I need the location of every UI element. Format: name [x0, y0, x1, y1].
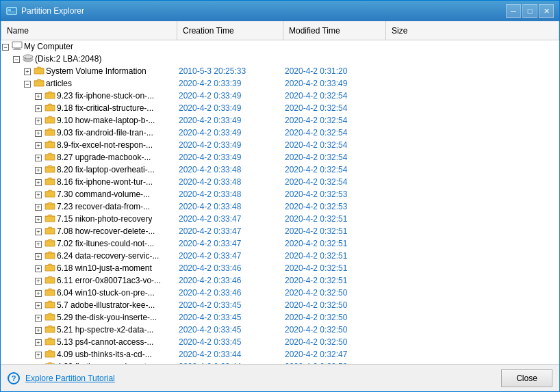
cell-creation: 2020-4-2 0:33:48: [177, 190, 283, 199]
cell-creation: 2020-4-2 0:33:49: [177, 128, 283, 138]
cell-creation: 2020-4-2 0:33:48: [177, 202, 283, 211]
expander[interactable]: −: [12, 55, 21, 64]
expander[interactable]: +: [34, 227, 43, 237]
tree-row[interactable]: + 8.20 fix-laptop-overheati-...2020-4-2 …: [1, 164, 559, 176]
tree-row[interactable]: + 5.29 the-disk-you-inserte-...2020-4-2 …: [1, 311, 559, 324]
row-name-text: 7.15 nikon-photo-recovery: [57, 214, 152, 224]
tree-row[interactable]: + 8.16 fix-iphone-wont-tur-...2020-4-2 0…: [1, 176, 559, 188]
header-creation[interactable]: Creation Time: [177, 21, 283, 40]
tree-row[interactable]: − (Disk:2 LBA:2048): [1, 53, 559, 65]
cell-name: + 6.24 data-recovery-servic-...: [1, 250, 177, 262]
expander[interactable]: +: [34, 338, 43, 348]
tree-row[interactable]: + 4.09 usb-thinks-its-a-cd-...2020-4-2 0…: [1, 348, 559, 361]
row-name-text: 7.08 how-recover-delete-...: [57, 226, 155, 236]
expander[interactable]: +: [34, 190, 43, 200]
expander[interactable]: +: [23, 67, 32, 77]
close-button[interactable]: Close: [501, 369, 552, 387]
expander[interactable]: +: [34, 215, 43, 224]
expander[interactable]: +: [34, 104, 43, 114]
expander[interactable]: +: [34, 252, 43, 261]
expander[interactable]: +: [34, 116, 43, 126]
row-name-text: 7.02 fix-itunes-could-not-...: [57, 239, 154, 248]
tutorial-link[interactable]: Explore Partition Tutorial: [25, 374, 115, 383]
header-modified[interactable]: Modified Time: [283, 21, 386, 40]
row-name-text: 5.13 ps4-cannot-access-...: [57, 337, 153, 347]
tree-container[interactable]: − My Computer− (Disk:2 LBA:2048)+ System…: [1, 40, 559, 364]
tree-row[interactable]: + 6.18 win10-just-a-moment2020-4-2 0:33:…: [1, 262, 559, 274]
expander[interactable]: −: [1, 42, 10, 52]
expander[interactable]: +: [34, 350, 43, 360]
expander[interactable]: +: [34, 301, 43, 311]
expander[interactable]: +: [34, 239, 43, 249]
expander[interactable]: +: [34, 92, 43, 101]
header-name[interactable]: Name: [1, 21, 177, 40]
cell-creation: 2020-4-2 0:33:45: [177, 337, 283, 347]
cell-modified: 2020-4-2 0:33:49: [283, 79, 386, 88]
tree-row[interactable]: + 7.30 command-volume-...2020-4-2 0:33:4…: [1, 188, 559, 200]
expander[interactable]: +: [34, 153, 43, 163]
expander[interactable]: +: [34, 166, 43, 175]
row-name-text: 8.20 fix-laptop-overheati-...: [57, 165, 155, 174]
cell-creation: 2020-4-2 0:33:44: [177, 350, 283, 359]
close-window-button[interactable]: ✕: [539, 4, 554, 18]
cell-modified: 2020-4-2 0:32:50: [283, 313, 386, 322]
tree-row[interactable]: + 7.15 nikon-photo-recovery2020-4-2 0:33…: [1, 213, 559, 225]
tree-row[interactable]: + 9.18 fix-critical-structure-...2020-4-…: [1, 102, 559, 114]
cell-name: + 7.30 command-volume-...: [1, 189, 177, 200]
cell-modified: 2020-4-2 0:32:51: [283, 239, 386, 248]
expander[interactable]: +: [34, 264, 43, 274]
expander[interactable]: +: [34, 178, 43, 187]
svg-rect-2: [8, 12, 15, 12]
window-title: Partition Explorer: [21, 6, 506, 16]
tree-row[interactable]: − articles2020-4-2 0:33:392020-4-2 0:33:…: [1, 77, 559, 90]
tree-row[interactable]: + 5.13 ps4-cannot-access-...2020-4-2 0:3…: [1, 336, 559, 348]
cell-creation: 2020-4-2 0:33:45: [177, 325, 283, 335]
cell-name: + 7.02 fix-itunes-could-not-...: [1, 238, 177, 250]
maximize-button[interactable]: □: [522, 4, 537, 18]
expander[interactable]: +: [34, 129, 43, 138]
expander[interactable]: +: [34, 326, 43, 335]
tree-row[interactable]: + 5.21 hp-spectre-x2-data-...2020-4-2 0:…: [1, 324, 559, 336]
expander[interactable]: +: [34, 141, 43, 151]
row-name-text: 6.18 win10-just-a-moment: [57, 263, 152, 273]
row-name-text: 5.7 adobe-illustrator-kee-...: [57, 300, 155, 310]
minimize-button[interactable]: ─: [506, 4, 521, 18]
tree-row[interactable]: + 9.10 how-make-laptop-b-...2020-4-2 0:3…: [1, 114, 559, 127]
svg-point-8: [23, 55, 33, 59]
expander[interactable]: +: [34, 202, 43, 212]
cell-modified: 2020-4-2 0:32:51: [283, 226, 386, 236]
expander[interactable]: +: [34, 289, 43, 298]
tree-row[interactable]: + 9.23 fix-iphone-stuck-on-...2020-4-2 0…: [1, 90, 559, 102]
cell-modified: 2020-4-2 0:32:54: [283, 140, 386, 150]
expander[interactable]: +: [34, 276, 43, 286]
cell-creation: 2020-4-2 0:33:45: [177, 300, 283, 310]
header-size[interactable]: Size: [386, 21, 559, 40]
cell-creation: 2020-4-2 0:33:46: [177, 276, 283, 285]
tree-row[interactable]: + 7.23 recover-data-from-...2020-4-2 0:3…: [1, 200, 559, 213]
window-controls: ─ □ ✕: [506, 4, 554, 18]
expander[interactable]: +: [34, 313, 43, 323]
tree-row[interactable]: + 6.11 error-0x80071ac3-vo-...2020-4-2 0…: [1, 274, 559, 287]
svg-rect-3: [12, 42, 22, 48]
tree-row[interactable]: + System Volume Information2010-5-3 20:2…: [1, 65, 559, 77]
tree-row[interactable]: + 8.27 upgrade-macbook-...2020-4-2 0:33:…: [1, 151, 559, 164]
cell-creation: 2010-5-3 20:25:33: [177, 66, 283, 76]
title-bar: Partition Explorer ─ □ ✕: [1, 1, 559, 21]
tree-row[interactable]: + 7.02 fix-itunes-could-not-...2020-4-2 …: [1, 237, 559, 250]
tree-row[interactable]: + 5.7 adobe-illustrator-kee-...2020-4-2 …: [1, 299, 559, 311]
tree-row[interactable]: + 7.08 how-recover-delete-...2020-4-2 0:…: [1, 225, 559, 237]
cell-name: + 5.21 hp-spectre-x2-data-...: [1, 324, 177, 336]
row-name-text: 6.24 data-recovery-servic-...: [57, 251, 159, 261]
cell-name: − articles: [1, 78, 177, 90]
cell-creation: 2020-4-2 0:33:49: [177, 91, 283, 101]
tree-row[interactable]: + 8.9-fix-excel-not-respon-...2020-4-2 0…: [1, 139, 559, 151]
tree-row[interactable]: + 6.04 win10-stuck-on-pre-...2020-4-2 0:…: [1, 287, 559, 299]
expander[interactable]: −: [23, 79, 32, 89]
row-name-text: 8.9-fix-excel-not-respon-...: [57, 140, 153, 150]
tree-row[interactable]: + 6.24 data-recovery-servic-...2020-4-2 …: [1, 250, 559, 262]
tree-row[interactable]: − My Computer: [1, 40, 559, 53]
cell-creation: 2020-4-2 0:33:47: [177, 239, 283, 248]
help-icon[interactable]: ?: [8, 372, 20, 384]
cell-name: + 6.18 win10-just-a-moment: [1, 263, 177, 274]
tree-row[interactable]: + 9.03 fix-android-file-tran-...2020-4-2…: [1, 127, 559, 139]
